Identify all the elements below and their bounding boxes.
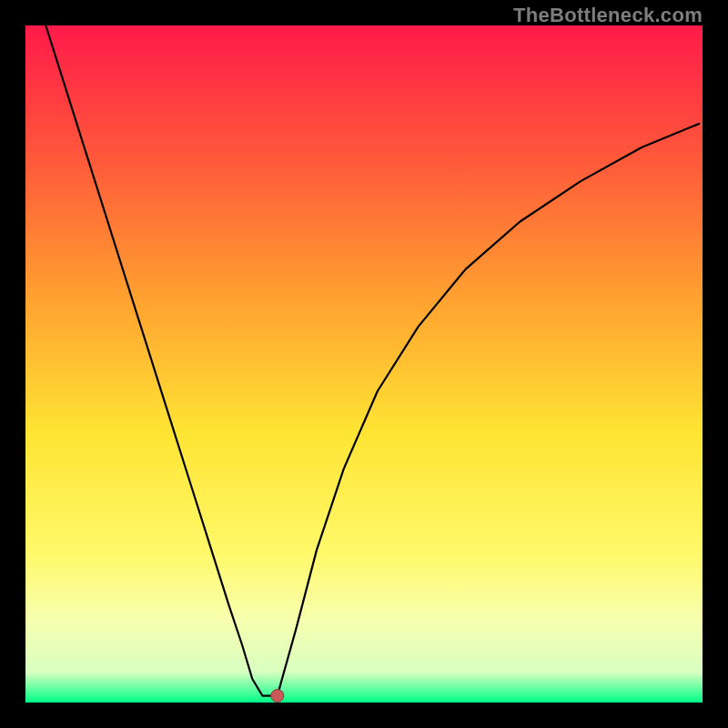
- watermark-text: TheBottleneck.com: [513, 4, 703, 27]
- chart-container: TheBottleneck.com: [0, 0, 728, 728]
- minimum-marker: [271, 690, 284, 703]
- plot-frame: [25, 25, 703, 703]
- gradient-background: [25, 25, 703, 703]
- plot-svg: [25, 25, 703, 703]
